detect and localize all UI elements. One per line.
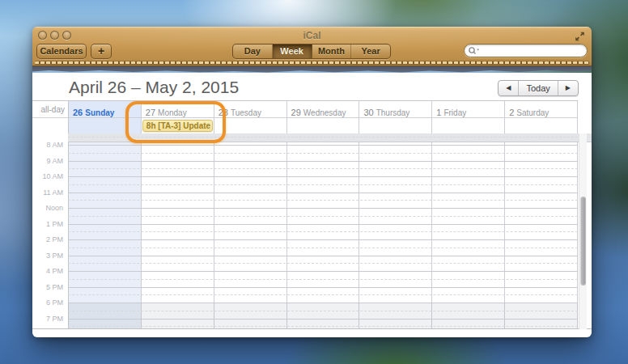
search-field[interactable] bbox=[464, 44, 588, 57]
time-label: Noon bbox=[32, 204, 63, 212]
view-tab-day[interactable]: Day bbox=[233, 44, 273, 58]
day-name: Friday bbox=[443, 108, 466, 117]
half-hour-line bbox=[68, 168, 578, 169]
day-header-wednesday[interactable]: 29Wednesday bbox=[287, 101, 360, 117]
all-day-cells: 8h [TA-3] Update s… bbox=[68, 118, 578, 133]
pre-hours-shading bbox=[68, 133, 592, 142]
day-number: 2 bbox=[509, 108, 514, 117]
day-name: Sunday bbox=[85, 108, 114, 117]
today-button[interactable]: Today bbox=[519, 81, 558, 95]
scrollbar-thumb[interactable] bbox=[580, 197, 586, 286]
day-name: Monday bbox=[158, 108, 187, 117]
day-header-tuesday[interactable]: 28Tuesday bbox=[214, 101, 287, 117]
day-name: Thursday bbox=[376, 108, 410, 117]
day-header-friday[interactable]: 1Friday bbox=[432, 101, 505, 117]
time-label: 8 AM bbox=[32, 141, 63, 149]
time-label: 10 AM bbox=[32, 172, 63, 180]
half-hour-line bbox=[68, 279, 578, 280]
hour-line bbox=[68, 161, 578, 162]
hour-line bbox=[68, 176, 578, 177]
day-number: 26 bbox=[73, 108, 83, 117]
time-label: 11 AM bbox=[32, 188, 63, 197]
hour-line bbox=[68, 145, 578, 146]
day-number: 30 bbox=[363, 108, 373, 117]
time-label: 9 AM bbox=[32, 157, 63, 165]
day-name: Wednesday bbox=[303, 108, 346, 117]
view-tab-week[interactable]: Week bbox=[273, 44, 312, 58]
titlebar[interactable]: iCal Calendars + DayWeekMonthYear bbox=[32, 27, 592, 66]
time-label: 2 PM bbox=[32, 235, 63, 243]
hour-line bbox=[68, 193, 578, 193]
day-name: Tuesday bbox=[231, 108, 261, 117]
all-day-cell-sunday[interactable] bbox=[69, 118, 142, 133]
half-hour-line bbox=[68, 153, 578, 154]
hour-line bbox=[68, 319, 578, 320]
all-day-cell-tuesday[interactable] bbox=[214, 118, 287, 133]
ical-window: iCal Calendars + DayWeekMonthYear bbox=[32, 27, 592, 337]
all-day-cell-monday[interactable]: 8h [TA-3] Update s… bbox=[142, 118, 214, 133]
all-day-event[interactable]: 8h [TA-3] Update s… bbox=[142, 120, 213, 132]
torn-paper-edge bbox=[32, 66, 592, 73]
view-tab-year[interactable]: Year bbox=[351, 44, 390, 58]
date-navigation: ◀ Today ▶ bbox=[498, 80, 579, 96]
hour-line bbox=[68, 256, 578, 256]
desktop: iCal Calendars + DayWeekMonthYear bbox=[0, 0, 628, 364]
day-header-saturday[interactable]: 2Saturday bbox=[505, 101, 578, 117]
day-header-monday[interactable]: 27Monday bbox=[142, 101, 214, 117]
evening-hours-shading bbox=[68, 303, 578, 328]
search-icon bbox=[468, 46, 481, 55]
day-number: 29 bbox=[291, 108, 301, 117]
all-day-cell-wednesday[interactable] bbox=[287, 118, 360, 133]
time-label: 3 PM bbox=[32, 252, 63, 260]
time-label: 6 PM bbox=[32, 298, 63, 307]
previous-week-button[interactable]: ◀ bbox=[499, 81, 519, 95]
toolbar: Calendars + DayWeekMonthYear bbox=[32, 44, 592, 60]
view-switcher: DayWeekMonthYear bbox=[232, 44, 391, 59]
half-hour-line bbox=[68, 216, 578, 217]
leather-stitching bbox=[35, 61, 589, 64]
hour-line bbox=[68, 239, 578, 240]
time-label: 7 PM bbox=[32, 315, 63, 323]
day-header-thursday[interactable]: 30Thursday bbox=[359, 101, 432, 117]
calendars-button[interactable]: Calendars bbox=[36, 44, 87, 59]
half-hour-line bbox=[68, 263, 578, 264]
all-day-cell-thursday[interactable] bbox=[359, 118, 432, 133]
calendar-content: April 26 – May 2, 2015 ◀ Today ▶ all-day… bbox=[32, 73, 592, 337]
day-number: 28 bbox=[219, 108, 228, 117]
hour-line bbox=[68, 224, 578, 225]
hour-line bbox=[68, 208, 578, 209]
hour-line bbox=[68, 271, 578, 272]
fullscreen-icon[interactable] bbox=[575, 32, 585, 41]
add-event-button[interactable]: + bbox=[91, 44, 112, 59]
hour-line bbox=[68, 303, 578, 303]
half-hour-line bbox=[68, 294, 578, 295]
search-scope-caret-icon bbox=[477, 49, 479, 51]
all-day-cell-saturday[interactable] bbox=[505, 118, 578, 133]
vertical-scrollbar[interactable] bbox=[579, 133, 587, 329]
half-hour-line bbox=[68, 137, 578, 138]
half-hour-line bbox=[68, 311, 578, 311]
all-day-label: all-day bbox=[32, 105, 65, 114]
window-title: iCal bbox=[32, 30, 592, 41]
time-label: 1 PM bbox=[32, 220, 63, 228]
half-hour-line bbox=[68, 248, 578, 248]
half-hour-line bbox=[68, 200, 578, 201]
time-grid[interactable]: 8 AM9 AM10 AM11 AMNoon1 PM2 PM3 PM4 PM5 … bbox=[32, 133, 592, 329]
hour-line bbox=[68, 287, 578, 288]
time-label: 4 PM bbox=[32, 267, 63, 275]
day-header-sunday[interactable]: 26Sunday bbox=[69, 101, 142, 117]
day-number: 27 bbox=[146, 108, 155, 117]
week-range-title: April 26 – May 2, 2015 bbox=[69, 78, 239, 97]
day-name: Saturday bbox=[516, 108, 549, 117]
day-header-row: all-day 26Sunday27Monday28Tuesday29Wedne… bbox=[32, 100, 578, 118]
half-hour-line bbox=[68, 231, 578, 232]
half-hour-line bbox=[68, 184, 578, 185]
day-number: 1 bbox=[436, 108, 441, 117]
all-day-cell-friday[interactable] bbox=[432, 118, 505, 133]
time-label: 5 PM bbox=[32, 283, 63, 291]
next-week-button[interactable]: ▶ bbox=[558, 81, 578, 95]
search-input[interactable] bbox=[481, 46, 570, 56]
half-hour-line bbox=[68, 326, 578, 327]
all-day-row: 8h [TA-3] Update s… bbox=[32, 118, 578, 133]
view-tab-month[interactable]: Month bbox=[312, 44, 352, 58]
